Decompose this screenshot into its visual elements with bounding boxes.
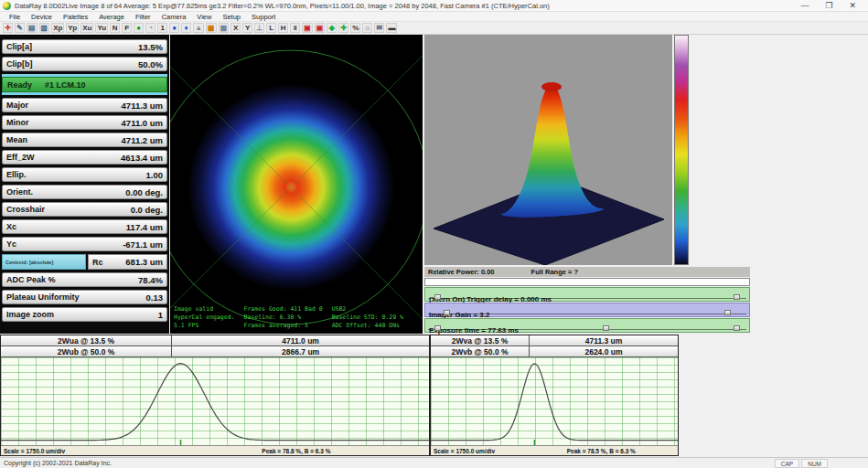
- menu-item-support[interactable]: Support: [246, 13, 281, 21]
- status-col-2: Frames Good: 411 Bad 0Baseline: 6.30 %Fr…: [244, 305, 323, 330]
- toolbar-icon[interactable]: ▩: [219, 23, 230, 33]
- exposure-time-slider[interactable]: Exposure time = 77.63 ms: [424, 318, 750, 333]
- measurement-label: Image zoom: [6, 310, 54, 319]
- toolbar-icon[interactable]: ▬: [386, 23, 397, 33]
- toolbar-icon[interactable]: ⊥: [254, 23, 264, 33]
- slider-thumb[interactable]: [734, 325, 740, 331]
- toolbar-icon[interactable]: ✛: [3, 23, 13, 33]
- device-name: #1 LCM.10: [45, 80, 86, 90]
- toolbar-icon[interactable]: Yp: [66, 23, 79, 33]
- menu-item-file[interactable]: File: [4, 13, 26, 21]
- toolbar-icon[interactable]: ▲: [193, 23, 204, 33]
- measurement-row[interactable]: Eff_2W4613.4 um: [2, 150, 167, 165]
- measurement-row[interactable]: Plateau Uniformity0.13: [2, 290, 167, 304]
- toolbar-icon[interactable]: ◆: [327, 23, 337, 33]
- maximize-button[interactable]: ❐: [825, 0, 832, 12]
- toolbar-icon[interactable]: ▤: [27, 23, 38, 33]
- measurement-label: Orient.: [6, 187, 33, 197]
- toolbar-icon[interactable]: Y: [242, 23, 252, 33]
- toolbar-icon[interactable]: L: [266, 23, 276, 33]
- cyan-strip-bottom: [2, 92, 167, 95]
- beam-result-rows: Major4711.3 umMinor4711.0 umMean4711.2 u…: [2, 98, 167, 251]
- menu-item-setup[interactable]: Setup: [217, 13, 246, 21]
- menu-item-filter[interactable]: Filter: [130, 13, 156, 21]
- toolbar-icon[interactable]: ●: [134, 23, 144, 33]
- toolbar-icon[interactable]: ✚: [338, 23, 348, 33]
- toolbar-icon[interactable]: ▣: [302, 23, 313, 33]
- toolbar-icon[interactable]: ◔: [145, 23, 155, 33]
- toolbar-icon[interactable]: H: [278, 23, 288, 33]
- slider-thumb[interactable]: [724, 310, 731, 315]
- toolbar-icon[interactable]: Yu: [95, 23, 108, 33]
- toolbar-icon[interactable]: ‖: [290, 23, 300, 33]
- beam-3d-view[interactable]: [424, 35, 672, 265]
- toolbar-icon[interactable]: ▦: [206, 23, 217, 33]
- toolbar-icon[interactable]: N: [110, 23, 120, 33]
- status-block: Ready #1 LCM.10: [2, 74, 167, 95]
- measurement-row[interactable]: Clip[a]13.5%: [2, 39, 167, 54]
- chart-header-row: 2Wub @ 50.0 % 2866.7 um: [1, 346, 429, 357]
- trigger-delay-slider[interactable]: (Xtern On) Trigger delay = 0.000 ms: [424, 287, 750, 302]
- slider-thumb[interactable]: [734, 294, 740, 300]
- measurement-row[interactable]: Crosshair0.0 deg.: [2, 202, 167, 217]
- clip-rows: Clip[a]13.5%Clip[b]50.0%: [2, 39, 167, 71]
- measurement-label: Mean: [6, 135, 27, 144]
- toolbar-icon[interactable]: ♦: [181, 23, 191, 33]
- minimize-button[interactable]: —: [800, 0, 809, 12]
- measurement-row[interactable]: Minor4711.0 um: [2, 115, 167, 130]
- toolbar-icon[interactable]: ▣: [315, 23, 326, 33]
- slider-thumb[interactable]: [434, 325, 441, 331]
- relative-power-bar: [424, 278, 750, 286]
- menu-item-view[interactable]: View: [191, 13, 217, 21]
- u-profile-plot: [1, 357, 429, 445]
- menu-item-camera[interactable]: Camera: [156, 13, 192, 21]
- measurement-label: Crosshair: [6, 205, 45, 214]
- menu-item-device[interactable]: Device: [26, 13, 58, 21]
- measurement-label: Plateau Uniformity: [6, 292, 80, 302]
- toolbar-icon[interactable]: %: [350, 23, 360, 33]
- chart-header-row: 2Wua @ 13.5 % 4711.0 um: [1, 335, 429, 346]
- rc-value: 681.3 um: [125, 257, 163, 267]
- ready-status-button[interactable]: Ready #1 LCM.10: [2, 77, 167, 92]
- toolbar-icon[interactable]: X: [230, 23, 241, 33]
- measurement-label: Ellip.: [6, 170, 27, 179]
- clip-b-width-value: 2624.0 um: [530, 346, 678, 356]
- menu-item-palettes[interactable]: Palettes: [58, 13, 93, 21]
- measurement-row[interactable]: Major4711.3 um: [2, 98, 167, 112]
- exposure-slider-track[interactable]: [428, 327, 746, 330]
- menu-item-average[interactable]: Average: [93, 13, 130, 21]
- slider-thumb[interactable]: [603, 325, 609, 331]
- measurement-value: 4711.0 um: [122, 118, 163, 128]
- beam-2d-view[interactable]: Image validHyperCal engaged.5.1 FPS Fram…: [170, 35, 423, 334]
- toolbar-icon[interactable]: Xu: [80, 23, 93, 33]
- toolbar-icon[interactable]: ▥: [39, 23, 50, 33]
- close-button[interactable]: ✕: [849, 0, 856, 12]
- clip-b-width-value: 2866.7 um: [172, 346, 429, 356]
- trigger-slider-track[interactable]: [428, 296, 746, 299]
- rc-result-row[interactable]: Rc 681.3 um: [88, 254, 167, 270]
- slider-thumb[interactable]: [434, 294, 441, 300]
- measurement-row[interactable]: Ellip.1.00: [2, 167, 167, 182]
- slider-thumb[interactable]: [444, 310, 450, 315]
- measurement-row[interactable]: Yc-671.1 um: [2, 237, 167, 251]
- toolbar-icon[interactable]: ✉: [374, 23, 384, 33]
- toolbar-icon[interactable]: Xp: [51, 23, 64, 33]
- measurement-row[interactable]: ADC Peak %78.4%: [2, 272, 167, 287]
- measurement-row[interactable]: Mean4711.2 um: [2, 133, 167, 147]
- centroid-mode-button[interactable]: Centroid: [absolute]: [2, 254, 86, 270]
- scale-label: Scale = 1750.0 um/div: [431, 448, 525, 454]
- gain-slider-track[interactable]: [428, 312, 746, 314]
- toolbar-icon[interactable]: ⌂: [362, 23, 372, 33]
- measurement-value: 117.4 um: [126, 222, 163, 232]
- measurement-row[interactable]: Xc117.4 um: [2, 219, 167, 234]
- toolbar-icon[interactable]: ●: [169, 23, 179, 33]
- toolbar-icon[interactable]: ✎: [15, 23, 25, 33]
- clip-a-width-value: 4711.3 um: [530, 335, 678, 346]
- toolbar-icon[interactable]: 1: [157, 23, 167, 33]
- measurement-row[interactable]: Image zoom1: [2, 307, 167, 322]
- measurement-row[interactable]: Orient.0.00 deg.: [2, 185, 167, 199]
- toolbar-icon[interactable]: F: [122, 23, 132, 33]
- chart-header-row: 2Wvb @ 50.0 % 2624.0 um: [431, 346, 678, 357]
- measurement-row[interactable]: Clip[b]50.0%: [2, 57, 167, 71]
- imager-gain-slider[interactable]: Imager Gain = 3.2: [424, 303, 750, 317]
